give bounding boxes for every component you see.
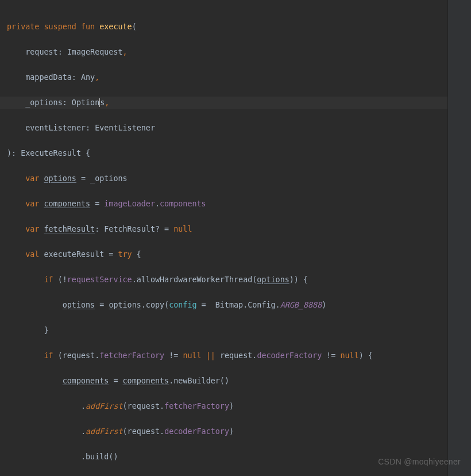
keyword: var (7, 174, 44, 183)
ext-fn: addFirst (86, 427, 123, 436)
text: ) (229, 427, 234, 436)
text: (! (58, 275, 67, 284)
text: . (81, 427, 86, 436)
text: .newBuilder() (169, 377, 229, 385)
null: null (341, 351, 359, 360)
code-line[interactable]: ): ExecuteResult { (0, 147, 448, 160)
var-ref: options (109, 301, 141, 309)
text: _options: Option (7, 98, 99, 107)
var-ref: components (123, 377, 169, 385)
keyword: try (118, 250, 137, 259)
pad (7, 351, 44, 360)
text: request. (220, 351, 257, 360)
text: .copy( (141, 301, 169, 309)
text: executeResult = (44, 250, 118, 259)
punct: , (95, 73, 99, 82)
prop: components (160, 199, 206, 208)
text: ) (322, 301, 326, 309)
text: (request. (58, 351, 100, 360)
text: != (322, 351, 340, 360)
op: || (206, 351, 220, 360)
var-ref: fetchResult (44, 225, 95, 233)
pad (7, 301, 63, 309)
text: = (90, 199, 104, 208)
code-line[interactable]: private suspend fun execute( (0, 21, 448, 33)
keyword: var (7, 199, 44, 208)
null: null (183, 351, 206, 360)
text: Bitmap.Config. (211, 301, 280, 309)
text: ) (229, 402, 234, 410)
text: = (109, 377, 122, 385)
text: : FetchResult? = (95, 225, 173, 233)
punct: , (123, 48, 128, 56)
text: .build() (81, 452, 118, 461)
pad (7, 452, 81, 461)
code-line[interactable]: var fetchResult: FetchResult? = null (0, 223, 448, 236)
prop: decoderFactory (257, 351, 322, 360)
code-line[interactable]: .addFirst(request.decoderFactory) (0, 425, 448, 438)
text: . (155, 199, 160, 208)
null: null (173, 225, 192, 233)
right-rail (447, 0, 471, 476)
keyword: val (7, 250, 44, 259)
text: mappedData: Any (7, 73, 95, 82)
var-ref: components (44, 199, 91, 208)
code-line[interactable]: if (request.fetcherFactory != null || re… (0, 350, 448, 362)
text: )) { (289, 275, 308, 284)
text: ( (132, 22, 137, 31)
pad (7, 326, 44, 335)
code-line[interactable]: if (!requestService.allowHardwareWorkerT… (0, 274, 448, 286)
keyword: private suspend fun (7, 22, 99, 31)
prop: imageLoader (104, 199, 155, 208)
prop: requestService (67, 275, 132, 284)
keyword: if (44, 351, 58, 360)
watermark: CSDN @moqhiyeener (378, 455, 461, 468)
prop: decoderFactory (164, 427, 229, 436)
prop: fetcherFactory (99, 351, 164, 360)
code-line[interactable]: .addFirst(request.fetcherFactory) (0, 400, 448, 413)
prop: fetcherFactory (164, 402, 229, 410)
pad (7, 427, 81, 436)
named-arg: config (169, 301, 196, 309)
text: (request. (123, 427, 165, 436)
text: request: ImageRequest (7, 48, 123, 56)
code-line[interactable]: components = components.newBuilder() (0, 375, 448, 387)
text: . (81, 402, 86, 410)
code-line[interactable]: var components = imageLoader.components (0, 198, 448, 210)
code-line[interactable]: } (0, 324, 448, 337)
pad (7, 275, 44, 284)
code-line[interactable]: options = options.copy(config = Bitmap.C… (0, 299, 448, 312)
text: s (99, 98, 105, 107)
text: = (197, 301, 211, 309)
var-ref: options (44, 174, 76, 183)
code-line-caret[interactable]: _options: Options, (0, 97, 448, 109)
keyword: if (44, 275, 58, 284)
code-editor[interactable]: private suspend fun execute( request: Im… (0, 0, 448, 476)
text: (request. (123, 402, 165, 410)
function-name: execute (99, 22, 132, 31)
code-line[interactable]: val executeResult = try { (0, 248, 448, 261)
keyword: var (7, 225, 44, 233)
punct: , (105, 98, 109, 107)
text: ): ExecuteResult { (7, 149, 90, 158)
text: .allowHardwareWorkerThread( (132, 275, 257, 284)
var-ref: components (63, 377, 109, 385)
ext-fn: addFirst (86, 402, 123, 410)
text: eventListener: EventListener (7, 124, 155, 132)
code-line[interactable]: var options = _options (0, 172, 448, 185)
text: = _options (76, 174, 128, 183)
text: = (95, 301, 109, 309)
const: ARGB_8888 (280, 301, 322, 309)
text: ) { (359, 351, 373, 360)
code-line[interactable]: request: ImageRequest, (0, 46, 448, 59)
pad (7, 377, 63, 385)
code-line[interactable]: mappedData: Any, (0, 71, 448, 84)
var-ref: options (63, 301, 95, 309)
text: { (137, 250, 141, 259)
text: != (164, 351, 183, 360)
code-line[interactable]: eventListener: EventListener (0, 122, 448, 135)
text: } (44, 326, 49, 335)
pad (7, 402, 81, 410)
var-ref: options (257, 275, 289, 284)
